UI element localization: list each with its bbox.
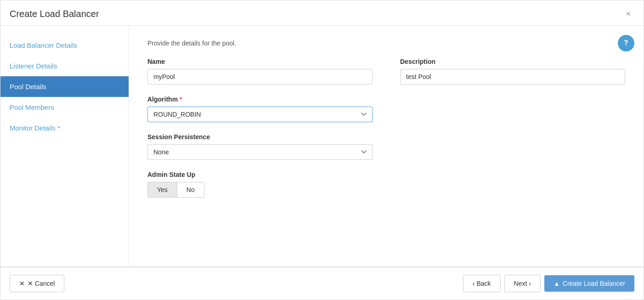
- sidebar-item-listener-details[interactable]: Listener Details: [0, 56, 129, 76]
- admin-state-no-button[interactable]: No: [177, 182, 204, 197]
- session-persistence-field-group: Session Persistence None SOURCE_IP HTTP_…: [147, 133, 373, 160]
- modal-footer: ✕ ✕ Cancel ‹ Back Next › ▲ Create Load B…: [0, 266, 644, 300]
- next-label: Next ›: [514, 280, 531, 287]
- back-button[interactable]: ‹ Back: [463, 275, 501, 292]
- name-field-group: Name: [147, 58, 373, 85]
- sidebar-item-monitor-details[interactable]: Monitor Details *: [0, 118, 129, 138]
- modal-title: Create Load Balancer: [10, 9, 99, 19]
- cancel-label: ✕ Cancel: [28, 280, 55, 287]
- name-label: Name: [147, 58, 373, 65]
- name-input[interactable]: [147, 69, 373, 85]
- create-label: Create Load Balancer: [563, 280, 625, 287]
- section-description: Provide the details for the pool.: [147, 40, 625, 47]
- modal-body: Load Balancer Details Listener Details P…: [0, 26, 644, 266]
- admin-state-field-group: Admin State Up Yes No: [147, 171, 373, 198]
- admin-state-toggle-group: Yes No: [147, 182, 204, 198]
- modal-header: Create Load Balancer ×: [0, 0, 644, 26]
- algorithm-label: Algorithm *: [147, 96, 373, 103]
- create-load-balancer-button[interactable]: ▲ Create Load Balancer: [544, 275, 634, 292]
- description-field-group: Description: [400, 58, 625, 85]
- sidebar: Load Balancer Details Listener Details P…: [0, 26, 129, 266]
- form-grid: Name Description Algorithm * ROUND_ROBIN: [147, 58, 625, 198]
- algorithm-required-star: *: [180, 96, 182, 103]
- main-content: ? Provide the details for the pool. Name…: [129, 26, 644, 266]
- algorithm-select[interactable]: ROUND_ROBIN LEAST_CONNECTIONS SOURCE_IP: [147, 107, 373, 122]
- empty-cell-2: [400, 133, 625, 160]
- session-persistence-select[interactable]: None SOURCE_IP HTTP_COOKIE APP_COOKIE: [147, 144, 373, 160]
- footer-left: ✕ ✕ Cancel: [10, 275, 64, 292]
- algorithm-field-group: Algorithm * ROUND_ROBIN LEAST_CONNECTION…: [147, 96, 373, 122]
- close-button[interactable]: ×: [622, 8, 634, 20]
- modal: Create Load Balancer × Load Balancer Det…: [0, 0, 644, 300]
- footer-right: ‹ Back Next › ▲ Create Load Balancer: [463, 275, 634, 292]
- sidebar-item-pool-details[interactable]: Pool Details: [0, 76, 129, 97]
- cancel-icon: ✕: [19, 280, 25, 287]
- empty-cell: [400, 96, 625, 122]
- help-icon[interactable]: ?: [618, 35, 634, 51]
- session-persistence-label: Session Persistence: [147, 133, 373, 141]
- sidebar-item-load-balancer-details[interactable]: Load Balancer Details: [0, 35, 129, 56]
- next-button[interactable]: Next ›: [504, 275, 541, 292]
- back-label: ‹ Back: [473, 280, 491, 287]
- admin-state-label: Admin State Up: [147, 171, 373, 178]
- sidebar-item-pool-members[interactable]: Pool Members: [0, 97, 129, 118]
- create-icon: ▲: [554, 280, 560, 287]
- description-input[interactable]: [400, 69, 625, 85]
- admin-state-yes-button[interactable]: Yes: [148, 182, 177, 197]
- cancel-button[interactable]: ✕ ✕ Cancel: [10, 275, 64, 292]
- description-label: Description: [400, 58, 625, 65]
